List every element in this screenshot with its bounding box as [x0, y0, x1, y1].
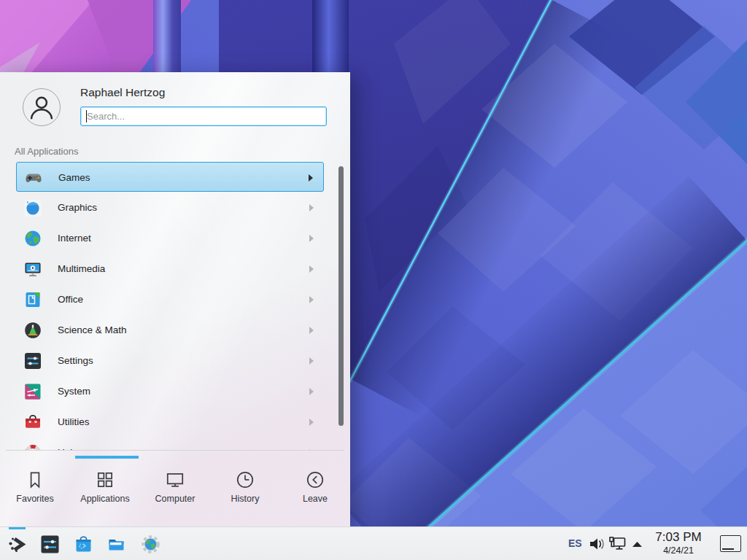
browser-globe-gear-icon[interactable] — [141, 534, 160, 554]
kde-kickoff-icon[interactable] — [7, 534, 27, 554]
search-field-wrap — [80, 106, 327, 126]
document-icon — [23, 290, 42, 309]
menu-item-label: Games — [58, 172, 90, 183]
list-scrollbar[interactable] — [338, 166, 344, 426]
sliders-dark-icon — [23, 351, 42, 370]
tab-applications[interactable]: Applications — [70, 459, 140, 526]
active-task-indicator — [9, 527, 26, 529]
menu-item-label: Office — [58, 294, 83, 305]
lifebuoy-icon — [23, 443, 42, 450]
application-launcher-panel: Raphael Hertzog All Applications Games — [0, 72, 350, 526]
expand-tray-caret-icon[interactable] — [632, 541, 643, 548]
menu-item-label: System — [58, 386, 90, 397]
bookmark-icon — [25, 470, 45, 490]
leave-circle-icon — [305, 470, 325, 490]
user-avatar[interactable] — [23, 88, 61, 126]
submenu-arrow-icon — [309, 174, 313, 182]
submenu-arrow-icon — [309, 419, 314, 426]
grid-icon — [95, 470, 115, 490]
clock-date: 4/24/21 — [643, 545, 713, 556]
menu-item-science-math[interactable]: Science & Math — [16, 315, 324, 346]
menu-item-internet[interactable]: Internet — [16, 223, 324, 254]
menu-item-settings[interactable]: Settings — [16, 346, 324, 376]
menu-item-label: Graphics — [58, 202, 97, 213]
tab-label: Applications — [80, 494, 129, 504]
menu-item-office[interactable]: Office — [16, 284, 324, 315]
system-settings-icon[interactable] — [40, 534, 60, 554]
gamepad-icon — [24, 168, 43, 187]
tab-label: Leave — [303, 494, 328, 504]
clock-icon — [235, 470, 255, 490]
sliders-color-icon — [23, 382, 42, 401]
submenu-arrow-icon — [309, 388, 314, 395]
tab-favorites[interactable]: Favorites — [0, 459, 70, 526]
tab-leave[interactable]: Leave — [280, 459, 350, 526]
menu-item-multimedia[interactable]: Multimedia — [16, 254, 324, 284]
monitor-play-icon — [23, 260, 42, 279]
tab-computer[interactable]: Computer — [140, 459, 210, 526]
user-avatar-icon — [23, 89, 60, 125]
digital-clock[interactable]: 7:03 PM 4/24/21 — [643, 529, 713, 556]
show-desktop-button[interactable] — [720, 535, 741, 552]
section-label: All Applications — [15, 146, 78, 157]
menu-item-label: Utilities — [58, 416, 90, 427]
menu-item-label: Multimedia — [58, 263, 105, 274]
menu-item-system[interactable]: System — [16, 376, 324, 407]
menu-item-utilities[interactable]: Utilities — [16, 407, 324, 438]
menu-item-games[interactable]: Games — [16, 162, 324, 192]
menu-item-graphics[interactable]: Graphics — [16, 192, 324, 223]
toolbox-icon — [23, 413, 42, 432]
file-manager-icon[interactable] — [107, 534, 126, 554]
menu-item-label: Settings — [58, 355, 93, 366]
menu-item-help[interactable]: Help — [16, 438, 324, 450]
clock-time: 7:03 PM — [643, 529, 713, 545]
tab-label: Favorites — [16, 494, 53, 504]
application-category-list: Games Graphics Internet — [0, 162, 350, 450]
submenu-arrow-icon — [309, 235, 314, 242]
search-input[interactable] — [80, 106, 327, 126]
submenu-arrow-icon — [309, 204, 314, 211]
blue-sphere-icon — [23, 198, 42, 217]
tab-history[interactable]: History — [210, 459, 280, 526]
text-cursor — [86, 110, 87, 122]
menu-item-label: Internet — [58, 233, 91, 244]
globe-icon — [23, 229, 42, 248]
submenu-arrow-icon — [309, 265, 314, 273]
submenu-arrow-icon — [309, 327, 314, 334]
launcher-tabbar: Favorites Applications Computer — [0, 459, 350, 526]
flask-icon — [23, 321, 42, 340]
submenu-arrow-icon — [309, 357, 314, 365]
monitor-icon — [165, 470, 185, 490]
wired-network-icon[interactable] — [608, 535, 627, 553]
submenu-arrow-icon — [309, 296, 314, 303]
tab-label: Computer — [155, 494, 196, 504]
user-name: Raphael Hertzog — [80, 86, 165, 99]
volume-icon[interactable] — [588, 536, 605, 552]
tab-label: History — [231, 494, 260, 504]
tabbar-separator — [6, 450, 344, 451]
menu-item-label: Science & Math — [58, 324, 127, 335]
taskbar-panel: ES 7:03 PM 4/24/21 — [0, 526, 747, 560]
keyboard-layout-indicator[interactable]: ES — [568, 537, 582, 549]
discover-store-icon[interactable] — [74, 534, 93, 554]
